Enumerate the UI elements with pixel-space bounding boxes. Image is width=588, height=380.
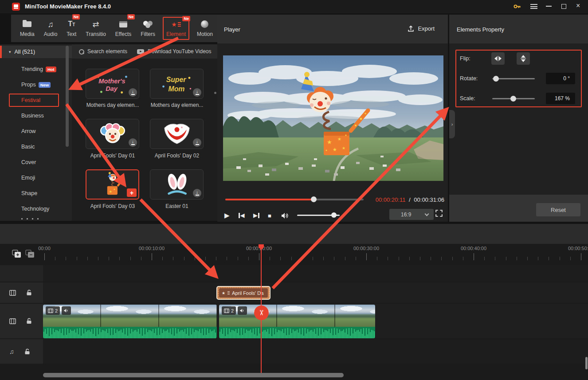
current-time: 00:00:20:11 bbox=[376, 196, 406, 203]
flip-horizontal-button[interactable] bbox=[491, 52, 505, 65]
toolbar-effects-button[interactable]: Ne Effects bbox=[114, 16, 133, 41]
element-card-label: Mothers day elemen... bbox=[146, 102, 208, 108]
download-icon[interactable]: ↓ bbox=[193, 138, 201, 147]
aspect-ratio-dropdown[interactable]: 16:9 bbox=[389, 209, 434, 220]
toolbar-transition-button[interactable]: ⇄ Transitio bbox=[84, 16, 108, 41]
maximize-button[interactable] bbox=[561, 4, 566, 9]
sidebar-item-festival[interactable]: Festival bbox=[21, 97, 40, 103]
panel-collapse-tab[interactable]: › bbox=[449, 110, 455, 138]
unlock-icon[interactable] bbox=[26, 290, 32, 296]
seek-bar[interactable] bbox=[225, 199, 364, 200]
element-icon: ★ bbox=[171, 21, 181, 27]
volume-handle[interactable] bbox=[331, 212, 337, 218]
sidebar-item-shape[interactable]: Shape bbox=[21, 190, 37, 196]
reset-button[interactable]: Reset bbox=[536, 203, 580, 216]
svg-text:★: ★ bbox=[342, 146, 345, 150]
export-icon bbox=[408, 25, 414, 32]
menu-icon[interactable] bbox=[530, 4, 537, 9]
split-clip-button[interactable]: ✂ bbox=[254, 306, 269, 320]
motion-icon bbox=[201, 20, 208, 28]
sidebar-item-props[interactable]: PropsNew bbox=[21, 82, 51, 88]
next-frame-button[interactable]: ▶ bbox=[253, 210, 259, 221]
element-card-april-fools-03[interactable]: ★★ + bbox=[86, 169, 139, 200]
toolbar-text-button[interactable]: Ne TT Text bbox=[65, 16, 78, 41]
rotate-value[interactable]: 0 ° bbox=[546, 73, 575, 84]
toolbar-motion-button[interactable]: Motion bbox=[195, 16, 215, 41]
sidebar-item-arrow[interactable]: Arrow bbox=[21, 128, 36, 134]
effects-icon bbox=[119, 21, 127, 27]
download-icon[interactable]: ↓ bbox=[193, 189, 201, 197]
element-card-mothers-day-2[interactable]: Super Mom ↓ bbox=[150, 69, 204, 99]
minimize-button[interactable] bbox=[546, 6, 552, 7]
video-frame-scene: ★★ ★★ bbox=[223, 55, 443, 181]
flip-vertical-button[interactable] bbox=[517, 52, 530, 65]
sidebar-item-cover[interactable]: Cover bbox=[21, 159, 36, 165]
toolbar-element-button[interactable]: Ne ★ Element bbox=[163, 17, 189, 40]
toolbar-audio-button[interactable]: ♫ Audio bbox=[42, 16, 59, 41]
volume-icon[interactable] bbox=[281, 210, 289, 221]
add-to-timeline-button[interactable]: + bbox=[127, 188, 137, 197]
element-card-april-fools-02[interactable]: ↓ bbox=[150, 119, 204, 149]
timeline-vertical-scrollbar[interactable] bbox=[585, 357, 588, 369]
ruler-tick bbox=[248, 257, 249, 260]
youtube-icon[interactable] bbox=[137, 49, 144, 54]
download-icon[interactable]: ↓ bbox=[129, 138, 137, 147]
ruler-tick bbox=[141, 257, 141, 260]
unlock-icon[interactable] bbox=[24, 349, 30, 355]
rotate-handle[interactable] bbox=[493, 76, 499, 82]
element-card-mothers-day-1[interactable]: Mother's Day ↓ bbox=[86, 69, 139, 99]
download-icon[interactable]: ↓ bbox=[193, 88, 201, 97]
sidebar-item-emoji[interactable]: Emoji bbox=[21, 175, 35, 181]
sidebar-item-technology[interactable]: Technology bbox=[21, 206, 49, 212]
clown-face-thumb bbox=[93, 121, 133, 146]
audio-icon: ♫ bbox=[47, 20, 54, 28]
sidebar-scrollbar[interactable] bbox=[66, 46, 69, 147]
seek-handle[interactable] bbox=[311, 196, 317, 202]
add-track-icon[interactable] bbox=[12, 250, 21, 260]
play-button[interactable]: ▶ bbox=[224, 210, 230, 221]
stop-button[interactable]: ■ bbox=[268, 210, 271, 221]
fullscreen-button[interactable] bbox=[435, 210, 443, 219]
player-panel: Player Export bbox=[217, 15, 448, 222]
search-input[interactable]: Search elements bbox=[87, 48, 127, 55]
export-button[interactable]: Export bbox=[408, 25, 435, 32]
toolbar-media-button[interactable]: Media bbox=[18, 16, 36, 41]
search-icon[interactable] bbox=[79, 49, 84, 54]
ruler-tick bbox=[581, 253, 581, 260]
elements-panel: Search elements Download YouTube Videos … bbox=[72, 44, 217, 221]
download-icon[interactable]: ↓ bbox=[129, 88, 137, 97]
scale-handle[interactable] bbox=[510, 96, 516, 102]
new-badge: New bbox=[39, 82, 51, 88]
scale-value[interactable]: 167 % bbox=[546, 93, 575, 104]
video-clip-1[interactable]: 2 bbox=[43, 305, 217, 338]
element-card-easter-01[interactable]: ↓ bbox=[150, 169, 204, 200]
remove-track-icon[interactable] bbox=[25, 250, 35, 260]
toolbar-filters-button[interactable]: Filters bbox=[139, 16, 157, 41]
element-card-april-fools-01[interactable]: ↓ bbox=[86, 119, 139, 149]
previous-frame-button[interactable]: ◀ bbox=[239, 210, 245, 221]
close-button[interactable]: × bbox=[576, 2, 580, 10]
player-header: Player Export bbox=[217, 15, 448, 43]
new-badge: Ne bbox=[72, 14, 80, 20]
license-key-icon[interactable] bbox=[514, 3, 521, 12]
video-clip-2[interactable]: 2 bbox=[219, 305, 375, 338]
download-youtube-link[interactable]: Download YouTube Videos bbox=[148, 48, 211, 55]
sidebar-item-all[interactable]: ▾ All (521) bbox=[0, 46, 72, 58]
sidebar-item-trending[interactable]: TrendingHot bbox=[21, 66, 56, 72]
ruler-tick bbox=[280, 257, 281, 260]
mothers-day-thumb: Mother's Day bbox=[93, 71, 133, 96]
sidebar-item-partial bbox=[21, 218, 39, 219]
sidebar-item-business[interactable]: Business bbox=[21, 113, 44, 119]
total-time: 00:00:31:06 bbox=[414, 196, 444, 203]
app-logo-icon bbox=[12, 3, 20, 11]
ruler-tick bbox=[527, 257, 528, 260]
ruler-label: 00:00:30:00 bbox=[353, 246, 379, 251]
property-footer: Reset bbox=[449, 195, 588, 222]
property-title: Elements Property bbox=[457, 26, 504, 33]
element-card-label: April Fools' Day 01 bbox=[82, 153, 144, 159]
sidebar-item-basic[interactable]: Basic bbox=[21, 144, 35, 150]
ruler-tick bbox=[517, 257, 517, 260]
timeline-horizontal-scrollbar[interactable] bbox=[43, 373, 344, 377]
unlock-icon[interactable] bbox=[26, 318, 32, 324]
element-clip[interactable]: ★ April Fools' Da bbox=[216, 286, 270, 300]
